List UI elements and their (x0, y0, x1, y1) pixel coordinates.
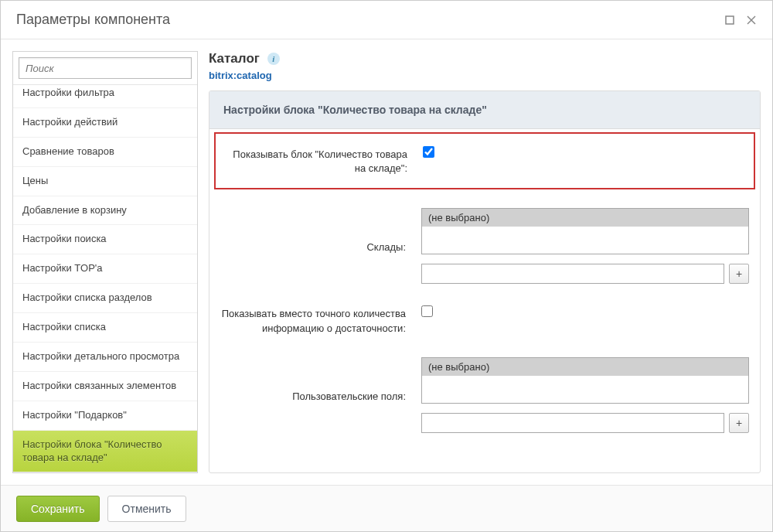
sidebar-item[interactable]: Настройки списка разделов (13, 284, 197, 313)
modal-window-controls (724, 15, 757, 26)
sidebar-item[interactable]: Настройки связанных элементов (13, 372, 197, 401)
user-fields-select[interactable]: (не выбрано) (421, 357, 749, 404)
sidebar-item[interactable]: Настройки TOP'а (13, 254, 197, 284)
user-fields-input[interactable] (421, 413, 724, 433)
field-label: Склады: (220, 208, 406, 254)
save-button[interactable]: Сохранить (16, 496, 100, 522)
field-control (423, 146, 747, 158)
field-sufficiency: Показывать вместо точного количества инф… (209, 295, 760, 346)
user-fields-input-row: + (421, 413, 749, 433)
sidebar-item[interactable]: Настройки блока "Количество товара на ск… (13, 431, 197, 472)
sidebar-item[interactable]: Настройки поиска (13, 225, 197, 254)
maximize-icon[interactable] (724, 15, 735, 26)
component-params-modal: Параметры компонента Настройки фильтраНа… (0, 0, 773, 532)
main-header: Каталог i bitrix:catalog (209, 51, 761, 90)
close-icon[interactable] (746, 15, 757, 26)
select-option[interactable]: (не выбрано) (422, 358, 748, 376)
user-fields-add-button[interactable]: + (729, 413, 749, 433)
sufficiency-checkbox[interactable] (421, 305, 433, 317)
field-control (421, 305, 749, 317)
select-option[interactable]: (не выбрано) (422, 209, 748, 227)
show-block-checkbox[interactable] (423, 146, 434, 158)
stores-input-row: + (421, 264, 749, 284)
stores-select[interactable]: (не выбрано) (421, 208, 749, 254)
field-user-fields: Пользовательские поля: (не выбрано) + (209, 346, 760, 444)
sidebar-item[interactable]: Настройки действий (13, 108, 197, 138)
field-label: Показывать блок "Количество товара на ск… (222, 146, 407, 176)
sidebar-item[interactable]: Настройки детального просмотра (13, 343, 197, 372)
info-icon[interactable]: i (267, 53, 280, 65)
section-box: Настройки блока "Количество товара на ск… (209, 90, 761, 473)
search-wrap (13, 52, 197, 85)
sidebar-item[interactable]: Сравнение товаров (13, 138, 197, 167)
svg-rect-0 (726, 16, 734, 24)
field-label: Показывать вместо точного количества инф… (220, 305, 406, 335)
stores-add-button[interactable]: + (729, 264, 749, 284)
field-control: (не выбрано) + (421, 208, 749, 284)
modal-footer: Сохранить Отменить (1, 485, 772, 531)
section-header: Настройки блока "Количество товара на ск… (209, 91, 760, 129)
field-show-block: Показывать блок "Количество товара на ск… (214, 132, 755, 189)
sidebar-item[interactable]: Настройки фильтра (13, 85, 197, 108)
sidebar-list[interactable]: Настройки фильтраНастройки действийСравн… (13, 85, 197, 472)
sidebar-item[interactable]: Настройки списка (13, 313, 197, 343)
search-input[interactable] (19, 57, 192, 79)
modal-header: Параметры компонента (1, 1, 772, 39)
sidebar-item[interactable]: Настройки "Подарков" (13, 401, 197, 431)
component-name: bitrix:catalog (209, 70, 761, 81)
sidebar-item[interactable]: Добавление в корзину (13, 196, 197, 226)
modal-title: Параметры компонента (16, 12, 170, 28)
cancel-button[interactable]: Отменить (107, 496, 186, 522)
title-text: Каталог (209, 51, 260, 66)
field-control: (не выбрано) + (421, 357, 749, 433)
field-stores: Склады: (не выбрано) + (209, 197, 760, 295)
modal-body: Настройки фильтраНастройки действийСравн… (1, 39, 772, 485)
sidebar: Настройки фильтраНастройки действийСравн… (12, 51, 198, 473)
page-title: Каталог i (209, 51, 761, 66)
field-label: Пользовательские поля: (220, 357, 406, 404)
main-panel: Каталог i bitrix:catalog Настройки блока… (209, 51, 761, 473)
sidebar-item[interactable]: Цены (13, 167, 197, 196)
stores-input[interactable] (421, 264, 724, 284)
